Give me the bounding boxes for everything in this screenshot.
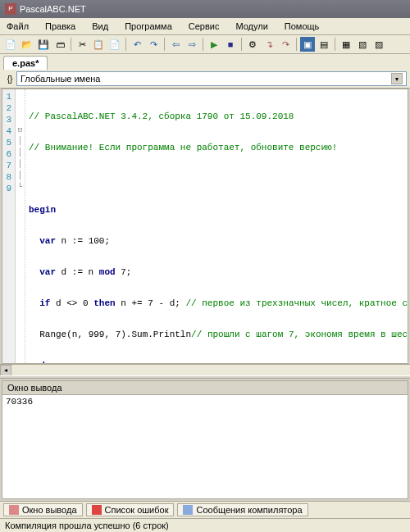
cut-icon[interactable]: ✂ — [75, 37, 89, 52]
statusbar: Компиляция прошла успешно (6 строк) — [0, 518, 410, 532]
scope-value: Глобальные имена — [20, 74, 101, 84]
scope-dropdown[interactable]: Глобальные имена ▾ — [16, 71, 407, 86]
output-tab-icon — [9, 505, 19, 515]
panel1-icon[interactable]: ▣ — [300, 37, 315, 52]
output-header: Окно вывода — [2, 381, 408, 395]
chevron-down-icon[interactable]: ▾ — [391, 73, 403, 84]
file-tab[interactable]: e.pas* — [3, 56, 48, 70]
layout1-icon[interactable]: ▦ — [339, 37, 353, 52]
nav-back-icon[interactable]: ⇦ — [168, 37, 183, 52]
menu-program[interactable]: Программа — [121, 20, 175, 33]
menu-file[interactable]: Файл — [3, 20, 32, 33]
app-icon: P — [5, 3, 16, 15]
fold-column: ⊟ ││││└ — [16, 89, 25, 363]
layout2-icon[interactable]: ▧ — [355, 37, 370, 52]
tab-output[interactable]: Окно вывода — [3, 503, 83, 516]
errors-tab-icon — [92, 505, 102, 515]
output-text: 70336 — [6, 397, 33, 407]
code-area[interactable]: // PascalABC.NET 3.4.2, сборка 1790 от 1… — [25, 89, 408, 363]
output-panel: Окно вывода 70336 — [2, 380, 408, 499]
menu-edit[interactable]: Правка — [42, 20, 79, 33]
hscroll[interactable]: ◂ — [0, 364, 410, 375]
scope-icon: {} — [3, 72, 16, 85]
run-icon[interactable]: ▶ — [207, 37, 221, 52]
layout3-icon[interactable]: ▨ — [371, 37, 386, 52]
open-file-icon[interactable]: 📂 — [20, 37, 34, 52]
menu-service[interactable]: Сервис — [185, 20, 223, 33]
tab-compiler[interactable]: Сообщения компилятора — [177, 503, 308, 516]
compile-icon[interactable]: ⚙ — [245, 37, 260, 52]
undo-icon[interactable]: ↶ — [130, 37, 144, 52]
compiler-tab-icon — [183, 505, 193, 515]
panel2-icon[interactable]: ▤ — [317, 37, 331, 52]
save-all-icon[interactable]: 🗃 — [52, 37, 67, 52]
step-into-icon[interactable]: ↴ — [262, 37, 276, 52]
fold-toggle-icon[interactable]: ⊟ — [16, 124, 25, 135]
menu-help[interactable]: Помощь — [281, 20, 323, 33]
paste-icon[interactable]: 📄 — [107, 37, 122, 52]
save-icon[interactable]: 💾 — [36, 37, 51, 52]
toolbar: 📄 📂 💾 🗃 ✂ 📋 📄 ↶ ↷ ⇦ ⇨ ▶ ■ ⚙ ↴ ↷ ▣ ▤ ▦ ▧ … — [0, 35, 410, 54]
status-text: Компиляция прошла успешно (6 строк) — [5, 521, 169, 530]
code-editor[interactable]: 1 2 3 4 5 6 7 8 9 ⊟ ││││└ // PascalABC.N… — [2, 89, 408, 364]
code-comment: // PascalABC.NET 3.4.2, сборка 1790 от 1… — [29, 111, 294, 121]
app-title: PascalABC.NET — [20, 4, 86, 14]
tab-row: e.pas* — [0, 54, 410, 70]
line-gutter: 1 2 3 4 5 6 7 8 9 — [2, 89, 16, 363]
scope-row: {} Глобальные имена ▾ — [0, 70, 410, 89]
copy-icon[interactable]: 📋 — [91, 37, 106, 52]
scroll-left-icon[interactable]: ◂ — [0, 365, 11, 376]
redo-icon[interactable]: ↷ — [146, 37, 161, 52]
tab-errors[interactable]: Список ошибок — [86, 503, 175, 516]
menubar: Файл Правка Вид Программа Сервис Модули … — [0, 18, 410, 35]
new-file-icon[interactable]: 📄 — [3, 37, 18, 52]
stop-icon[interactable]: ■ — [223, 37, 238, 52]
bottom-tabs: Окно вывода Список ошибок Сообщения комп… — [0, 501, 410, 518]
titlebar: P PascalABC.NET — [0, 0, 410, 18]
code-comment: // Внимание! Если программа не работает,… — [29, 143, 337, 152]
output-body[interactable]: 70336 — [2, 395, 408, 498]
menu-view[interactable]: Вид — [89, 20, 112, 33]
nav-fwd-icon[interactable]: ⇨ — [184, 37, 199, 52]
splitter[interactable] — [0, 375, 410, 379]
menu-modules[interactable]: Модули — [232, 20, 271, 33]
step-over-icon[interactable]: ↷ — [278, 37, 293, 52]
